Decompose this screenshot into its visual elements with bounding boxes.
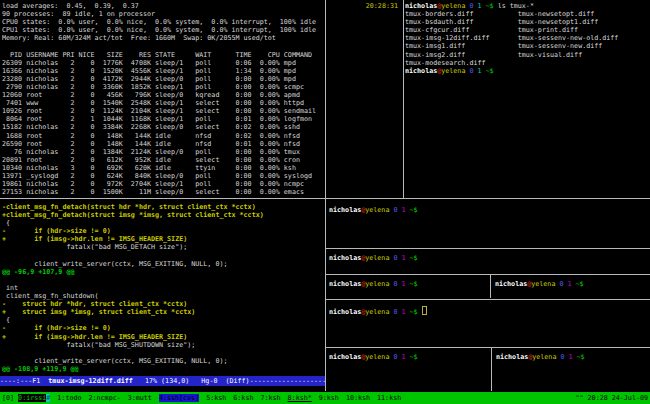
status-window-list: 0:irssi#1:todo2:ncmpc-3:mutt4:ssh[cvs]5:… — [18, 394, 408, 402]
editor-line: { — [2, 316, 325, 324]
terminal-line: 13971 _syslogd 2 0 624K 840K sleep/0 pol… — [2, 172, 324, 180]
pane-divider-vertical-main — [325, 0, 326, 391]
terminal-line: tmux-imsg2.diff tmux-visual.diff — [405, 51, 650, 59]
editor-line: fatalx("bad MSG_SHUTDOWN size"); — [2, 341, 325, 349]
editor-line: client_msg_fn_shutdown( — [2, 292, 325, 300]
prompt-user-host: nicholas@yelena 0 1 ~$ — [495, 280, 584, 288]
editor-line — [2, 252, 325, 260]
prompt-user-host: nicholas@yelena 0 1 ~$ — [329, 353, 418, 361]
editor-line — [2, 349, 325, 357]
emacs-editor-pane[interactable]: -client_msg_fn_detach(struct hdr *hdr, s… — [0, 200, 325, 391]
status-window-item[interactable]: 11:ksh — [377, 394, 401, 402]
shell-prompt: nicholas@yelena 0 1 ~$ — [326, 306, 650, 314]
terminal-line — [2, 42, 324, 50]
terminal-line: 19861 nicholas 2 0 972K 2704K sleep/1 po… — [2, 180, 324, 188]
modeline-position-info: 17% (134,0) Hg-0 (Diff) — [133, 377, 250, 385]
window-activity-flag: # — [46, 394, 50, 402]
status-window-item[interactable]: 0:irssi# — [18, 394, 50, 402]
terminal-line: Memory: Real: 60M/324M act/tot Free: 166… — [2, 34, 324, 42]
terminal-line: 27153 nicholas 2 0 1500K 11M sleep/0 sel… — [2, 188, 324, 196]
pane-divider-horizontal-5 — [326, 347, 650, 348]
top-command-pane[interactable]: load averages: 0.45, 0.39, 0.3790 proces… — [2, 2, 324, 198]
pane-divider-horizontal-1 — [0, 198, 650, 199]
status-window-item[interactable]: 10:ksh — [346, 394, 370, 402]
terminal-line: 15182 nicholas 2 0 3384K 2268K sleep/0 s… — [2, 123, 324, 131]
terminal-line: tmux-cfgcur.diff tmux-print.diff — [405, 26, 650, 34]
terminal-line: CPU0 states: 0.0% user, 0.0% nice, 0.0% … — [2, 18, 324, 26]
shell-command: ls tmux-* — [494, 2, 534, 10]
prompt-user-host: nicholas@yelena 0 1 ~$ — [496, 353, 585, 361]
status-window-item[interactable]: 7:ksh — [260, 394, 280, 402]
shell-prompt: nicholas@yelena 0 1 ~$ — [326, 254, 650, 262]
prompt-user-host: nicholas@yelena 0 1 ~$ — [329, 280, 418, 288]
terminal-cursor — [422, 306, 428, 315]
emacs-diff-buffer: -client_msg_fn_detach(struct hdr *hdr, s… — [0, 200, 325, 373]
prompt-user-host: nicholas@yelena 0 1 ~$ — [329, 308, 418, 316]
terminal-line: 16366 nicholas 2 0 1520K 4556K sleep/1 p… — [2, 67, 324, 75]
shell-pane-f[interactable]: nicholas@yelena 0 1 ~$ — [326, 348, 491, 396]
ls-file-list: tmux-borders.diff tmux-newsetopt.difftmu… — [405, 10, 650, 67]
terminal-line: load averages: 0.45, 0.39, 0.37 — [2, 2, 324, 10]
editor-line: fatalx("bad MSG_DETACH size"); — [2, 243, 325, 251]
status-window-item[interactable]: 9:ksh — [319, 394, 339, 402]
terminal-line: 23280 nicholas 2 0 4172K 2944K sleep/0 p… — [2, 75, 324, 83]
editor-line: - struct hdr *hdr, struct client_ctx *cc… — [2, 300, 325, 308]
shell-ls-pane[interactable]: nicholas@yelena 0 1 ~$ ls tmux-* tmux-bo… — [405, 2, 650, 198]
editor-line: + if (imsg->hdr.len != IMSG_HEADER_SIZE) — [2, 235, 325, 243]
pane-divider-vertical-fg — [491, 348, 492, 391]
status-window-item[interactable]: 2:ncmpc- — [89, 394, 121, 402]
editor-line: +client_msg_fn_detach(struct imsg *imsg,… — [2, 211, 325, 219]
terminal-line: 2790 nicholas 2 0 3360K 1852K sleep/1 po… — [2, 83, 324, 91]
prompt-user-host: nicholas@yelena 0 1 ~$ — [405, 67, 494, 75]
editor-line: client_write_server(cctx, MSG_EXITING, N… — [2, 357, 325, 365]
modeline-fill: ----------------------------------------… — [250, 377, 325, 385]
editor-line: -client_msg_fn_detach(struct hdr *hdr, s… — [2, 203, 325, 211]
clock-pane[interactable]: 20:28:31 — [326, 2, 402, 198]
emacs-modeline: ----:---F1 tmux-imsg-12diff.diff 17% (13… — [0, 376, 325, 386]
terminal-line: tmux-bsdauth.diff tmux-newsetopt1.diff — [405, 18, 650, 26]
terminal-line: 20891 root 2 0 612K 952K idle select 0:0… — [2, 156, 324, 164]
pane-divider-horizontal-3 — [326, 274, 650, 275]
shell-prompt: nicholas@yelena 0 1 ~$ — [492, 353, 650, 361]
terminal-line: CPU1 states: 0.0% user, 0.0% nice, 0.0% … — [2, 26, 324, 34]
modeline-dashes: ----:---F1 — [0, 377, 48, 385]
editor-line: - if (hdr->size != 0) — [2, 227, 325, 235]
status-window-item[interactable]: 3:mutt — [128, 394, 152, 402]
shell-prompt: nicholas@yelena 0 1 ~$ — [405, 67, 650, 75]
shell-prompt: nicholas@yelena 0 1 ~$ — [491, 280, 650, 288]
editor-line: + if (imsg->hdr.len != IMSG_HEADER_SIZE) — [2, 333, 325, 341]
terminal-line: tmux-imsg-12diff.diff tmux-sessenv-new-o… — [405, 34, 650, 42]
shell-pane-active[interactable]: nicholas@yelena 0 1 ~$ — [326, 300, 650, 352]
prompt-user-host: nicholas@yelena 0 1 ~$ — [329, 206, 418, 214]
status-window-item[interactable]: 1:todo — [57, 394, 81, 402]
status-window-item[interactable]: 8:ksh* — [288, 394, 312, 402]
emacs-minibuffer — [0, 386, 325, 391]
top-command-output: load averages: 0.45, 0.39, 0.3790 proces… — [2, 2, 324, 196]
clock-time: 20:28:31 — [326, 2, 402, 10]
prompt-user-host: nicholas@yelena 0 1 ~$ — [405, 2, 494, 10]
shell-prompt: nicholas@yelena 0 1 ~$ — [326, 353, 491, 361]
shell-pane-a[interactable]: nicholas@yelena 0 1 ~$ — [326, 199, 650, 254]
shell-pane-g[interactable]: nicholas@yelena 0 1 ~$ — [492, 348, 650, 396]
editor-line: { — [2, 219, 325, 227]
editor-line: @@ -108,9 +119,9 @@ — [2, 365, 325, 373]
tmux-terminal-screen: load averages: 0.45, 0.39, 0.3790 proces… — [0, 0, 650, 404]
modeline-filename: tmux-imsg-12diff.diff — [48, 377, 133, 385]
terminal-line: tmux-modesearch.diff — [405, 59, 650, 67]
terminal-line: 8064 root 2 1 1044K 1168K sleep/1 poll 0… — [2, 115, 324, 123]
editor-line: @@ -96,9 +107,9 @@ — [2, 268, 325, 276]
shell-prompt: nicholas@yelena 0 1 ~$ ls tmux-* — [405, 2, 650, 10]
terminal-line: 12060 root 2 0 456K 796K sleep/0 kqread … — [2, 91, 324, 99]
status-window-item[interactable]: 5:ksh — [206, 394, 226, 402]
status-right-clock: "" 20:28 24-Jul-09 — [576, 392, 648, 404]
terminal-line: 26309 nicholas 2 0 1776K 4708K sleep/1 p… — [2, 59, 324, 67]
shell-prompt: nicholas@yelena 0 1 ~$ — [326, 206, 650, 214]
shell-prompt: nicholas@yelena 0 1 ~$ — [326, 280, 490, 288]
pane-divider-vertical-cd — [490, 275, 491, 298]
status-session-name: [0] — [0, 394, 18, 402]
status-window-item[interactable]: 4:ssh[cvs] — [159, 394, 199, 402]
editor-line — [2, 276, 325, 284]
pane-divider-horizontal-4 — [326, 299, 650, 300]
status-window-item[interactable]: 6:ksh — [233, 394, 253, 402]
terminal-line: tmux-borders.diff tmux-newsetopt.diff — [405, 10, 650, 18]
